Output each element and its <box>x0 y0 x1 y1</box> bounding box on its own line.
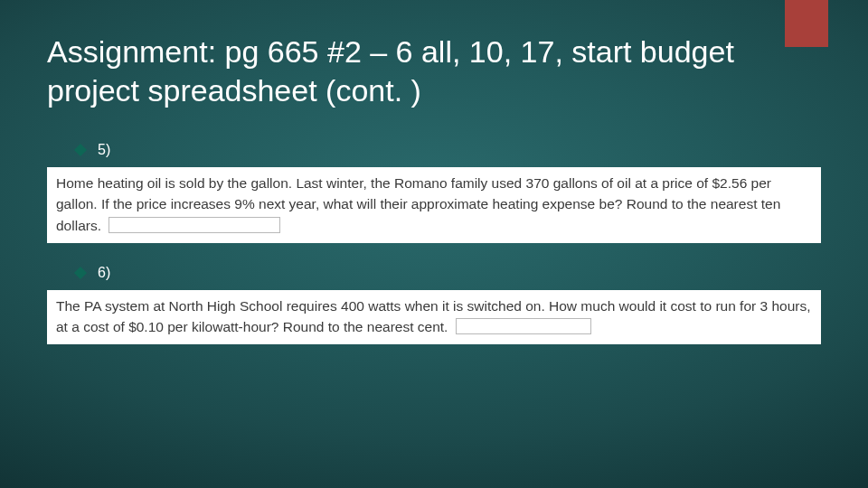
answer-blank-5[interactable] <box>108 217 280 233</box>
question-card-5: Home heating oil is sold by the gallon. … <box>47 167 821 243</box>
question-card-6: The PA system at North High School requi… <box>47 290 821 345</box>
bullet-label-6: 6) <box>98 265 110 281</box>
bullet-item-5: 5) <box>76 142 821 158</box>
bullet-label-5: 5) <box>98 142 110 158</box>
question-text-6: The PA system at North High School requi… <box>56 298 811 334</box>
slide-container: Assignment: pg 665 #2 – 6 all, 10, 17, s… <box>0 0 868 488</box>
bullet-item-6: 6) <box>76 265 821 281</box>
answer-blank-6[interactable] <box>456 318 591 334</box>
diamond-bullet-icon <box>74 144 87 156</box>
page-title: Assignment: pg 665 #2 – 6 all, 10, 17, s… <box>47 33 734 109</box>
diamond-bullet-icon <box>74 267 87 279</box>
